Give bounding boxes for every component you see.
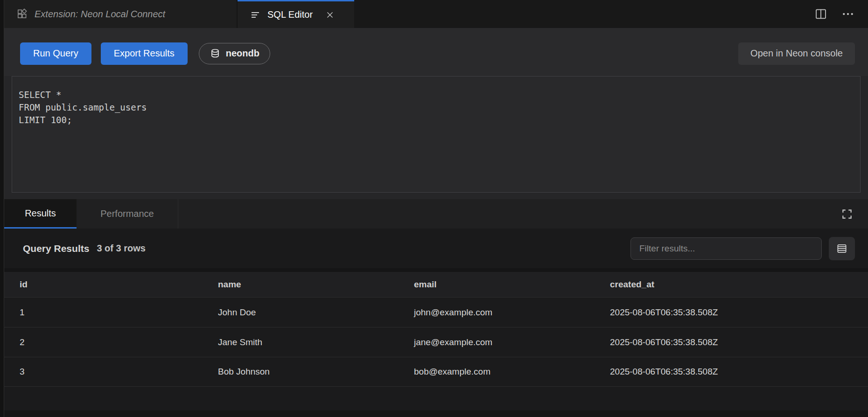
tab-sql-editor[interactable]: SQL Editor: [238, 0, 354, 28]
table-cell: jane@example.com: [414, 337, 610, 348]
table-cell: john@example.com: [414, 307, 610, 318]
close-icon[interactable]: [325, 10, 335, 20]
tab-label: Extension: Neon Local Connect: [35, 9, 165, 20]
window-bottom-edge: [4, 410, 868, 417]
table-cell: Jane Smith: [218, 337, 414, 348]
table-cell: Bob Johnson: [218, 367, 414, 377]
export-results-button[interactable]: Export Results: [101, 42, 188, 65]
tab-results[interactable]: Results: [4, 199, 77, 229]
editor-group: Extension: Neon Local Connect SQL Editor: [4, 0, 868, 417]
table-cell: 2025-08-06T06:35:38.508Z: [610, 307, 868, 318]
table-row[interactable]: 3Bob Johnsonbob@example.com2025-08-06T06…: [4, 357, 868, 387]
tab-label: SQL Editor: [267, 9, 313, 20]
run-query-button[interactable]: Run Query: [20, 42, 91, 65]
tab-performance[interactable]: Performance: [77, 199, 178, 229]
results-tab-strip: Results Performance: [4, 199, 868, 229]
ellipsis-icon[interactable]: [841, 7, 855, 21]
table-cell: 1: [20, 307, 218, 318]
table-cell: 2: [20, 337, 218, 348]
rows-icon: [836, 243, 848, 255]
results-row-count: 3 of 3 rows: [97, 243, 145, 254]
table-cell: 3: [20, 367, 218, 377]
table-cell: bob@example.com: [414, 367, 610, 377]
tab-bar: Extension: Neon Local Connect SQL Editor: [4, 0, 868, 28]
database-selector[interactable]: neondb: [199, 43, 270, 64]
table-cell: 2025-08-06T06:35:38.508Z: [610, 337, 868, 348]
editor-actions: [814, 0, 868, 28]
query-toolbar: Run Query Export Results neondb Open in …: [4, 28, 868, 76]
list-icon: [250, 9, 261, 21]
column-header: created_at: [610, 279, 868, 290]
extensions-icon: [16, 8, 28, 20]
sql-editor-panel: SELECT * FROM public.sample_users LIMIT …: [4, 76, 868, 199]
query-results-header: Query Results 3 of 3 rows: [4, 229, 868, 268]
window: Extension: Neon Local Connect SQL Editor: [0, 0, 868, 417]
database-name: neondb: [226, 48, 259, 59]
column-header: name: [218, 279, 414, 290]
database-icon: [210, 48, 221, 59]
column-header: id: [20, 279, 218, 290]
tab-extension-neon-local-connect[interactable]: Extension: Neon Local Connect: [4, 0, 238, 28]
filter-results-input[interactable]: [630, 237, 822, 260]
results-table: idnameemailcreated_at 1John Doejohn@exam…: [4, 268, 868, 417]
table-row[interactable]: 1John Doejohn@example.com2025-08-06T06:3…: [4, 297, 868, 327]
column-header: email: [414, 279, 610, 290]
table-cell: John Doe: [218, 307, 414, 318]
fullscreen-icon[interactable]: [841, 208, 853, 220]
open-neon-console-button[interactable]: Open in Neon console: [738, 42, 855, 65]
sql-code[interactable]: SELECT * FROM public.sample_users LIMIT …: [12, 76, 861, 193]
table-header-row: idnameemailcreated_at: [4, 272, 868, 297]
row-view-button[interactable]: [829, 237, 855, 260]
window-left-edge: [0, 0, 4, 417]
table-body: 1John Doejohn@example.com2025-08-06T06:3…: [4, 297, 868, 387]
table-cell: 2025-08-06T06:35:38.508Z: [610, 367, 868, 377]
table-row[interactable]: 2Jane Smithjane@example.com2025-08-06T06…: [4, 327, 868, 357]
results-title: Query Results: [23, 243, 89, 254]
split-editor-icon[interactable]: [814, 7, 828, 21]
